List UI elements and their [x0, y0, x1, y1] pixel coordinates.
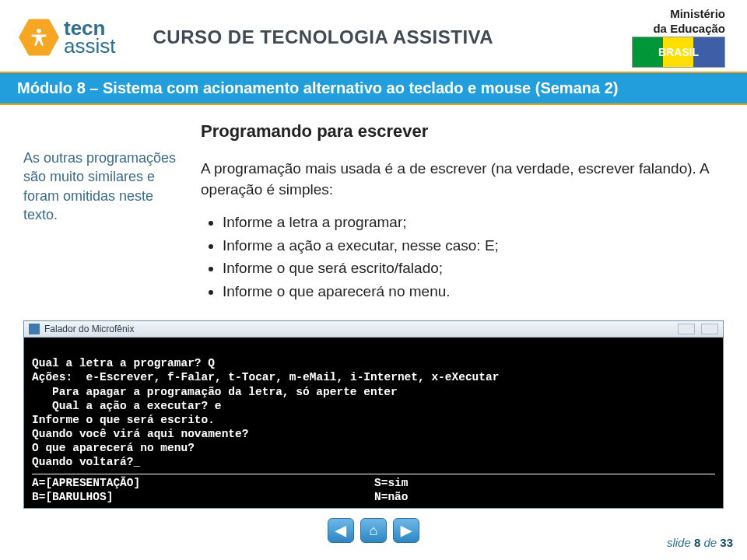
- footer-total: 33: [720, 536, 733, 549]
- terminal-app-icon: [29, 324, 40, 334]
- terminal-foot-right: S=sim: [374, 476, 409, 490]
- terminal-line: Quando você virá aqui novamente?: [32, 428, 248, 440]
- accessibility-hex-icon: [19, 17, 59, 58]
- slide-counter: slide 8 de 33: [667, 536, 733, 549]
- bullet-item: Informe o que será escrito/falado;: [223, 257, 724, 279]
- course-title: CURSO DE TECNOLOGIA ASSISTIVA: [115, 26, 632, 48]
- footer-current: 8: [694, 536, 700, 549]
- footer-prefix: slide: [667, 536, 691, 549]
- terminal-body: Qual a letra a programar? Q Ações: e-Esc…: [24, 338, 723, 507]
- terminal-line: Quando voltará?_: [32, 456, 140, 468]
- svg-point-0: [37, 29, 41, 33]
- content-area: As outras programações são muito similar…: [0, 105, 747, 303]
- terminal-line: Qual a letra a programar? Q: [32, 357, 215, 369]
- nav-forward-button[interactable]: ▶: [393, 518, 419, 543]
- home-icon: ⌂: [370, 523, 378, 539]
- nav-home-button[interactable]: ⌂: [360, 518, 387, 543]
- nav-back-button[interactable]: ◀: [328, 518, 354, 543]
- terminal-titlebar: Falador do Microfênix: [24, 321, 723, 338]
- ministry-line1: Ministério: [670, 7, 725, 20]
- section-paragraph: A programação mais usada é a de escrever…: [201, 158, 724, 201]
- bullet-item: Informe o que aparecerá no menu.: [223, 281, 724, 303]
- brasil-flag-icon: BRASIL: [632, 37, 725, 68]
- maximize-button[interactable]: [701, 324, 718, 334]
- terminal-foot-left: A=[APRESENTAÇÃO]: [32, 476, 374, 490]
- terminal-window: Falador do Microfênix Qual a letra a pro…: [23, 320, 724, 508]
- bullet-list: Informe a letra a programar; Informe a a…: [201, 212, 724, 302]
- terminal-footer-row: A=[APRESENTAÇÃO]S=sim: [32, 476, 715, 490]
- section-heading: Programando para escrever: [201, 119, 724, 144]
- minimize-button[interactable]: [678, 324, 695, 334]
- terminal-footer-row: B=[BARULHOS]N=não: [32, 490, 715, 504]
- logo-line2: assist: [64, 34, 115, 58]
- module-bar: Módulo 8 – Sistema com acionamento alter…: [0, 72, 747, 105]
- footer-sep: de: [703, 536, 717, 549]
- slide: tecn assist CURSO DE TECNOLOGIA ASSISTIV…: [0, 0, 747, 560]
- terminal-divider: [32, 474, 715, 474]
- slide-header: tecn assist CURSO DE TECNOLOGIA ASSISTIV…: [0, 0, 747, 72]
- chevron-left-icon: ◀: [335, 522, 346, 539]
- logo-text: tecn assist: [64, 19, 115, 56]
- terminal-line: Qual a ação a executar? e: [32, 399, 715, 413]
- brasil-label: BRASIL: [658, 46, 699, 58]
- bullet-item: Informe a ação a executar, nesse caso: E…: [223, 235, 724, 257]
- terminal-line: Informe o que será escrito.: [32, 414, 215, 426]
- sidebar-note: As outras programações são muito similar…: [23, 119, 187, 303]
- terminal-line: O que aparecerá no menu?: [32, 442, 195, 454]
- logo-tecnassist: tecn assist: [19, 17, 115, 58]
- ministry-line2: da Educação: [653, 22, 725, 35]
- terminal-line: Para apagar a programação da letra, só a…: [32, 385, 715, 399]
- terminal-foot-right: N=não: [374, 490, 409, 504]
- terminal-title-text: Falador do Microfênix: [44, 324, 134, 334]
- chevron-right-icon: ▶: [401, 522, 412, 539]
- logo-ministry: Ministério da Educação BRASIL: [632, 7, 725, 68]
- slide-nav: ◀ ⌂ ▶: [0, 518, 747, 543]
- main-content: Programando para escrever A programação …: [201, 119, 724, 303]
- bullet-item: Informe a letra a programar;: [223, 212, 724, 233]
- terminal-foot-left: B=[BARULHOS]: [32, 490, 374, 504]
- terminal-line: Ações: e-Escrever, f-Falar, t-Tocar, m-e…: [32, 371, 499, 383]
